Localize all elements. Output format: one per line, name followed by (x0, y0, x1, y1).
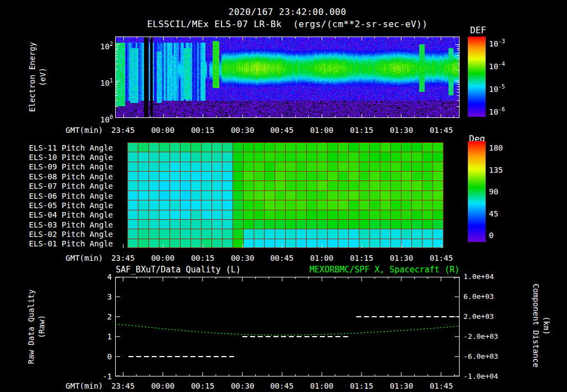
distance-ylabel-text: Component Distance (532, 283, 540, 368)
def-colorbar-tick-10e-3: 10-3 (489, 37, 522, 49)
quality-ytick-4: 4 (86, 272, 112, 282)
quality-ytick-3: 3 (86, 292, 112, 302)
spectrogram-ytick-10e2: 102 (83, 39, 113, 51)
spacecraft-x-curve (115, 324, 460, 335)
plot-screen: 2020/167 23:42:00.000 ELSSCIL/MEx ELS-07… (0, 0, 567, 392)
xtick-quality-xaxis-01:45: 01:45 (426, 381, 457, 391)
distance-ytick-6.0e+03: 6.0e+03 (463, 292, 508, 302)
def-colorbar-tick-10e-6: 10-6 (489, 105, 522, 117)
quality-ylabel: Raw Data Quality(Raw) (26, 290, 47, 364)
xtick-quality-xaxis-00:00: 00:00 (147, 381, 178, 391)
power-exponent: -6 (498, 106, 505, 112)
xtick-spectrogram-xaxis-01:00: 01:00 (306, 125, 337, 135)
gmt-label-spectrogram-xaxis: GMT(min) (54, 125, 103, 135)
quality-ytick-1: 1 (86, 332, 112, 342)
xtick-quality-xaxis-01:15: 01:15 (346, 381, 377, 391)
def-colorbar-tick-10e-4: 10-4 (489, 59, 522, 71)
power-exponent: 1 (110, 78, 113, 84)
quality-ylabel-units: (Raw) (37, 315, 46, 338)
distance-ylabel: Component Distance(km) (530, 283, 551, 368)
power-exponent: -3 (498, 38, 505, 44)
spectrogram-ylabel: Electron Energy(eV) (27, 42, 48, 112)
xtick-pitch-xaxis-23:45: 23:45 (107, 253, 138, 263)
quality-distance-plot (115, 277, 460, 376)
pitch-angle-heatmap (115, 142, 460, 248)
power-base: 10 (489, 85, 498, 94)
quality-ytick--1: -1 (86, 372, 112, 381)
spectrogram-ytick-10e0: 100 (83, 112, 113, 125)
xtick-spectrogram-xaxis-01:15: 01:15 (346, 125, 377, 135)
gmt-label-pitch-xaxis: GMT(min) (54, 253, 103, 263)
xtick-pitch-xaxis-01:45: 01:45 (426, 253, 457, 263)
xtick-pitch-xaxis-01:00: 01:00 (306, 253, 337, 263)
quality-ytick-0: 0 (86, 352, 112, 362)
distance-ytick--2.0e+03: -2.0e+03 (463, 332, 508, 342)
gmt-label-quality-xaxis: GMT(min) (54, 381, 103, 391)
power-exponent: 2 (110, 41, 113, 47)
xtick-pitch-xaxis-00:30: 00:30 (227, 253, 258, 263)
power-exponent: -4 (498, 61, 505, 67)
deg-colorbar-tick-90: 90 (489, 187, 522, 197)
power-base: 10 (100, 115, 110, 124)
xtick-quality-xaxis-01:00: 01:00 (306, 381, 337, 391)
xtick-spectrogram-xaxis-00:30: 00:30 (227, 125, 258, 135)
spectrogram-ytick-10e1: 101 (83, 76, 113, 88)
xtick-spectrogram-xaxis-00:00: 00:00 (147, 125, 178, 135)
def-colorbar-tick-10e-5: 10-5 (489, 82, 522, 94)
pitch-row-label-els-04: ELS-04 Pitch Angle (29, 210, 113, 220)
xtick-quality-xaxis-01:30: 01:30 (386, 381, 417, 391)
power-exponent: -5 (498, 84, 505, 90)
deg-colorbar-tick-0: 0 (489, 230, 522, 240)
def-colorbar-title: DEF (470, 25, 486, 35)
pitch-row-label-els-02: ELS-02 Pitch Angle (29, 229, 113, 239)
distance-ytick-2.0e+03: 2.0e+03 (463, 312, 508, 322)
power-base: 10 (489, 62, 498, 71)
electron-energy-spectrogram (116, 37, 459, 117)
xtick-pitch-xaxis-00:00: 00:00 (147, 253, 178, 263)
pitch-row-label-els-07: ELS-07 Pitch Angle (29, 181, 113, 191)
pitch-row-label-els-11: ELS-11 Pitch Angle (29, 143, 113, 153)
xtick-spectrogram-xaxis-00:15: 00:15 (187, 125, 218, 135)
bottom-left-title: SAF_BXuT/Data Quality (L) (116, 265, 241, 275)
xtick-quality-xaxis-00:45: 00:45 (266, 381, 297, 391)
deg-colorbar (468, 141, 486, 242)
plot-frame (116, 277, 460, 376)
power-base: 10 (100, 42, 110, 51)
xtick-quality-xaxis-23:45: 23:45 (107, 381, 138, 391)
pitch-row-label-els-01: ELS-01 Pitch Angle (29, 239, 113, 249)
pitch-row-label-els-10: ELS-10 Pitch Angle (29, 152, 113, 162)
deg-colorbar-tick-45: 45 (489, 209, 522, 219)
pitch-row-label-els-05: ELS-05 Pitch Angle (29, 200, 113, 210)
pitch-row-label-els-06: ELS-06 Pitch Angle (29, 191, 113, 201)
plot-timestamp: 2020/167 23:42:00.000 (115, 7, 460, 17)
deg-colorbar-tick-180: 180 (489, 143, 522, 153)
xtick-pitch-xaxis-00:15: 00:15 (187, 253, 218, 263)
bottom-right-title: MEXORBMC/SPF X, Spacecraft (R) (310, 265, 460, 275)
xtick-spectrogram-xaxis-01:45: 01:45 (426, 125, 457, 135)
distance-ytick-1.0e+04: 1.0e+04 (463, 272, 508, 282)
plot-subtitle: ELSSCIL/MEx ELS-07 LR-Bk (ergs/(cm**2-sr… (94, 19, 481, 29)
pitch-row-label-els-09: ELS-09 Pitch Angle (29, 162, 113, 172)
xtick-spectrogram-xaxis-01:30: 01:30 (386, 125, 417, 135)
xtick-quality-xaxis-00:30: 00:30 (227, 381, 258, 391)
xtick-pitch-xaxis-01:30: 01:30 (386, 253, 417, 263)
xtick-spectrogram-xaxis-00:45: 00:45 (266, 125, 297, 135)
def-colorbar (468, 37, 486, 117)
power-base: 10 (489, 39, 498, 48)
quality-ylabel-text: Raw Data Quality (27, 290, 35, 364)
spectrogram-ylabel-text: Electron Energy (28, 42, 37, 112)
distance-ylabel-units: (km) (542, 316, 551, 335)
xtick-spectrogram-xaxis-23:45: 23:45 (107, 125, 138, 135)
distance-ytick--6.0e+03: -6.0e+03 (463, 352, 508, 362)
power-base: 10 (489, 107, 498, 116)
pitch-row-label-els-08: ELS-08 Pitch Angle (29, 172, 113, 182)
xtick-pitch-xaxis-00:45: 00:45 (266, 253, 297, 263)
deg-colorbar-tick-135: 135 (489, 165, 522, 175)
power-exponent: 0 (110, 114, 113, 120)
xtick-pitch-xaxis-01:15: 01:15 (346, 253, 377, 263)
xtick-quality-xaxis-00:15: 00:15 (187, 381, 218, 391)
pitch-row-label-els-03: ELS-03 Pitch Angle (29, 220, 113, 230)
power-base: 10 (100, 79, 110, 87)
quality-ytick-2: 2 (86, 312, 112, 322)
distance-ytick--1.0e+04: -1.0e+04 (463, 372, 508, 381)
